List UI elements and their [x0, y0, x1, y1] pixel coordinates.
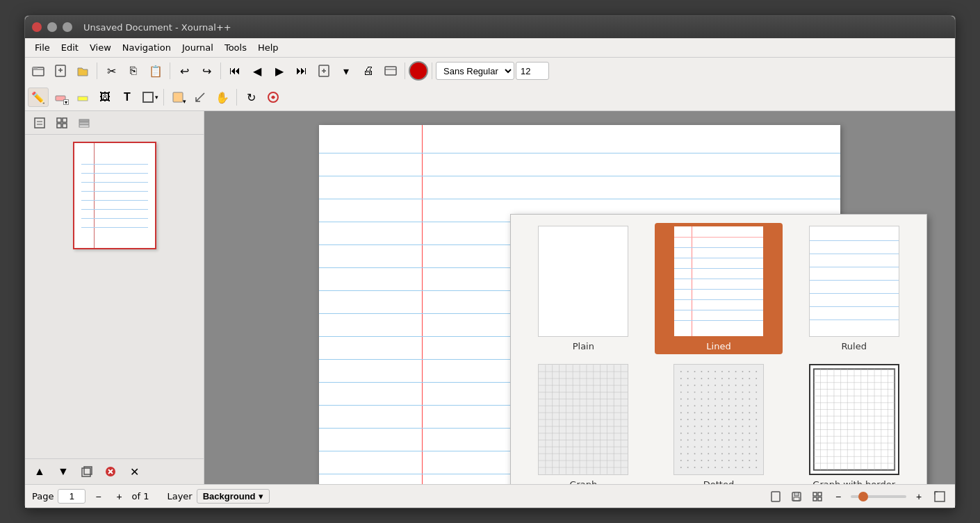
pencil-tool-button[interactable]: ✏️ — [28, 88, 49, 107]
font-size-input[interactable] — [516, 62, 549, 80]
menu-edit[interactable]: Edit — [56, 40, 84, 55]
menu-view[interactable]: View — [84, 40, 117, 55]
window-button[interactable] — [380, 61, 401, 81]
highlight-tool-button[interactable] — [72, 88, 93, 107]
bg-thumb-ruled — [809, 226, 899, 337]
svg-rect-18 — [57, 118, 61, 122]
menu-file[interactable]: File — [29, 40, 56, 55]
status-left: Page − + of 1 Layer Background ▾ — [32, 488, 270, 505]
menu-tools[interactable]: Tools — [219, 40, 252, 55]
zoom-slider[interactable] — [851, 495, 906, 498]
menu-help[interactable]: Help — [252, 40, 284, 55]
menu-navigation[interactable]: Navigation — [117, 40, 177, 55]
svg-point-63 — [708, 371, 709, 372]
svg-point-132 — [687, 412, 689, 413]
svg-point-177 — [749, 433, 750, 434]
page-number-input[interactable] — [58, 489, 85, 504]
canvas-area[interactable]: Plain — [204, 111, 955, 484]
copy-button[interactable]: ⎘ — [123, 61, 144, 81]
page-thumbnail-1[interactable] — [73, 142, 156, 249]
sidebar-list-view-button[interactable] — [29, 113, 50, 133]
scroll-up-button[interactable]: ▲ — [29, 462, 50, 481]
bg-thumb-graph-border — [809, 364, 899, 475]
bg-option-graph[interactable]: Graph — [519, 361, 648, 484]
bg-option-dotted[interactable]: Dotted — [655, 361, 783, 484]
print-button[interactable]: 🖨 — [358, 61, 379, 81]
page-increment-button[interactable]: + — [111, 488, 127, 505]
image-tool-button[interactable]: 🖼 — [95, 88, 115, 107]
svg-point-195 — [708, 446, 709, 447]
prev-page-button[interactable]: ◀ — [247, 61, 268, 81]
status-grid-button[interactable] — [809, 488, 826, 505]
separator-4 — [405, 63, 405, 79]
new-button[interactable] — [50, 61, 71, 81]
next-page-button[interactable]: ▶ — [269, 61, 290, 81]
svg-point-179 — [680, 440, 682, 441]
status-save-button[interactable] — [788, 488, 805, 505]
snap-tool-button[interactable] — [263, 88, 284, 107]
svg-point-126 — [728, 405, 730, 406]
svg-point-98 — [701, 392, 702, 393]
bg-option-lined[interactable]: Lined — [655, 223, 783, 354]
svg-point-158 — [701, 426, 702, 427]
svg-point-94 — [756, 385, 757, 386]
layer-dropdown-button[interactable]: Background ▾ — [197, 489, 270, 504]
bg-thumb-lined — [673, 226, 764, 337]
close-sidebar-button[interactable]: ✕ — [124, 462, 145, 481]
duplicate-page-button[interactable] — [76, 462, 97, 481]
rotate-tool-button[interactable]: ↻ — [240, 88, 261, 107]
svg-point-223 — [735, 460, 737, 461]
open-file-button[interactable] — [72, 61, 93, 81]
bg-option-graph-border[interactable]: Graph with border — [790, 361, 918, 484]
eraser-tool-button[interactable]: ▾ — [50, 88, 71, 107]
zoom-out-button[interactable]: − — [830, 488, 847, 505]
svg-rect-269 — [794, 492, 799, 496]
paste-button[interactable]: 📋 — [145, 61, 166, 81]
bg-option-plain[interactable]: Plain — [519, 223, 648, 354]
sidebar-thumb-view-button[interactable] — [51, 113, 72, 133]
color-picker-button[interactable] — [409, 61, 428, 81]
cut-button[interactable]: ✂ — [101, 61, 122, 81]
sidebar-layers-button[interactable] — [74, 113, 95, 133]
hand-tool-button[interactable]: ✋ — [212, 88, 233, 107]
page-decrement-button[interactable]: − — [90, 488, 106, 505]
maximize-button[interactable] — [63, 22, 72, 32]
open-button[interactable] — [28, 61, 49, 81]
minimize-button[interactable] — [47, 22, 57, 32]
bg-option-ruled[interactable]: Ruled — [790, 223, 918, 354]
svg-rect-272 — [818, 492, 822, 496]
shape-tool-button[interactable]: ▾ — [139, 88, 160, 107]
resize-tool-button[interactable] — [190, 88, 211, 107]
scroll-down-button[interactable]: ▼ — [53, 462, 74, 481]
svg-point-238 — [756, 467, 757, 468]
text-tool-button[interactable]: T — [117, 88, 138, 107]
svg-point-209 — [721, 453, 723, 454]
last-page-button[interactable]: ⏭ — [291, 61, 312, 81]
first-page-button[interactable]: ⏮ — [224, 61, 245, 81]
svg-point-87 — [708, 385, 709, 386]
lined-lines — [674, 237, 763, 321]
undo-button[interactable]: ↩ — [174, 61, 195, 81]
svg-point-62 — [701, 371, 702, 372]
delete-page-button[interactable] — [100, 462, 121, 481]
redo-button[interactable]: ↪ — [196, 61, 217, 81]
svg-point-109 — [694, 398, 696, 399]
svg-point-221 — [721, 460, 723, 461]
menu-journal[interactable]: Journal — [177, 40, 219, 55]
status-doc-button[interactable] — [767, 488, 784, 505]
font-select[interactable]: Sans Regular — [436, 62, 514, 80]
dropdown-button[interactable]: ▾ — [336, 61, 357, 81]
background-type-dropdown[interactable]: Plain — [510, 214, 927, 484]
svg-point-73 — [694, 378, 696, 379]
close-button[interactable] — [32, 22, 42, 32]
svg-point-91 — [735, 385, 737, 386]
svg-point-112 — [714, 398, 716, 399]
zoom-in-button[interactable]: + — [910, 488, 927, 505]
layer-name: Background — [203, 491, 256, 501]
fill-tool-button[interactable]: ▾ — [168, 88, 188, 107]
svg-point-147 — [708, 419, 709, 420]
zoom-fit-button[interactable] — [931, 488, 948, 505]
add-page-button[interactable] — [313, 61, 334, 81]
svg-point-82 — [756, 378, 757, 379]
svg-point-137 — [721, 412, 723, 413]
